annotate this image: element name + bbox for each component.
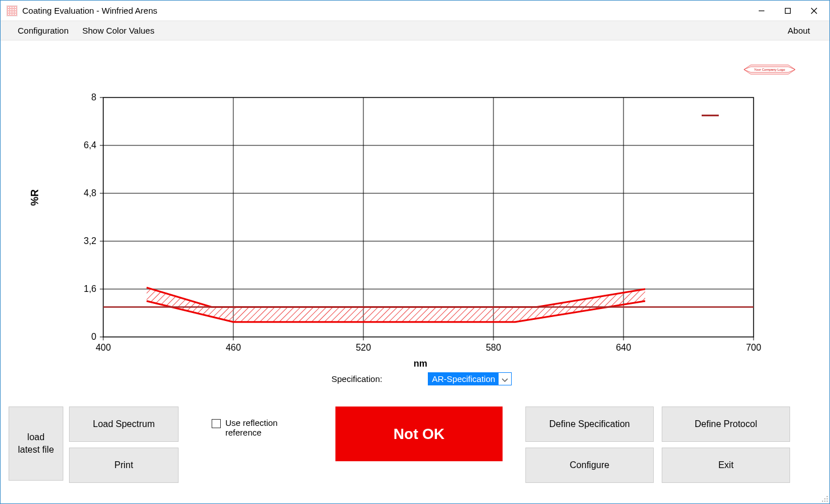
svg-text:460: 460	[226, 343, 241, 352]
menu-show-color-values[interactable]: Show Color Values	[76, 23, 160, 38]
svg-text:1,6: 1,6	[84, 284, 96, 294]
svg-text:4,8: 4,8	[84, 188, 96, 198]
chart: 40046052058064070001,63,24,86,48	[46, 92, 776, 365]
specification-label: Specification:	[331, 374, 382, 384]
specification-selected: AR-Specification	[428, 373, 499, 385]
button-bar: load latest file Load Spectrum Print Use…	[9, 407, 821, 492]
window-title: Coating Evaluation - Winfried Arens	[22, 6, 157, 15]
print-button[interactable]: Print	[69, 448, 179, 483]
close-button[interactable]	[801, 2, 827, 20]
menubar: Configuration Show Color Values About	[1, 21, 829, 40]
svg-point-45	[827, 501, 828, 502]
company-logo: Your Company Logo	[744, 63, 795, 76]
app-window: Coating Evaluation - Winfried Arens Conf…	[0, 0, 830, 504]
svg-point-42	[827, 498, 828, 499]
svg-text:640: 640	[616, 343, 631, 352]
svg-text:0: 0	[91, 332, 96, 342]
svg-point-44	[824, 501, 825, 502]
svg-text:580: 580	[486, 343, 501, 352]
load-latest-file-button[interactable]: load latest file	[9, 407, 63, 481]
svg-point-43	[822, 501, 823, 502]
use-reflection-reference-checkbox[interactable]	[212, 419, 221, 428]
use-reflection-reference-label: Use reflection reference	[225, 418, 278, 437]
svg-rect-12	[103, 97, 754, 337]
configure-button[interactable]: Configure	[525, 448, 654, 483]
svg-point-41	[824, 498, 825, 499]
chart-x-label: nm	[414, 359, 427, 369]
chart-svg: 40046052058064070001,63,24,86,48	[46, 92, 776, 365]
content-area: Your Company Logo %R 4004605205806407000…	[1, 40, 829, 503]
maximize-button[interactable]	[775, 2, 801, 20]
svg-text:3,2: 3,2	[84, 236, 96, 246]
load-spectrum-button[interactable]: Load Spectrum	[69, 407, 179, 442]
resize-grip-icon[interactable]	[820, 494, 828, 502]
svg-text:8: 8	[91, 92, 96, 102]
svg-text:6,4: 6,4	[84, 140, 96, 150]
svg-text:400: 400	[96, 343, 111, 352]
status-indicator: Not OK	[335, 407, 503, 461]
exit-button[interactable]: Exit	[662, 448, 790, 483]
svg-text:520: 520	[356, 343, 371, 352]
minimize-button[interactable]	[748, 2, 775, 20]
chart-y-label: %R	[29, 189, 41, 206]
menu-configuration[interactable]: Configuration	[12, 23, 74, 38]
svg-text:700: 700	[746, 343, 762, 352]
svg-rect-1	[786, 8, 791, 13]
company-logo-text: Your Company Logo	[754, 68, 785, 71]
specification-row: Specification: AR-Specification	[331, 372, 512, 385]
use-reflection-reference-row: Use reflection reference	[212, 418, 278, 437]
define-protocol-button[interactable]: Define Protocol	[662, 407, 790, 442]
svg-point-40	[827, 496, 828, 497]
chevron-down-icon	[499, 374, 511, 384]
menu-about[interactable]: About	[782, 23, 816, 38]
app-icon	[6, 5, 18, 17]
define-specification-button[interactable]: Define Specification	[525, 407, 654, 442]
specification-select[interactable]: AR-Specification	[428, 372, 512, 385]
titlebar: Coating Evaluation - Winfried Arens	[1, 1, 829, 21]
